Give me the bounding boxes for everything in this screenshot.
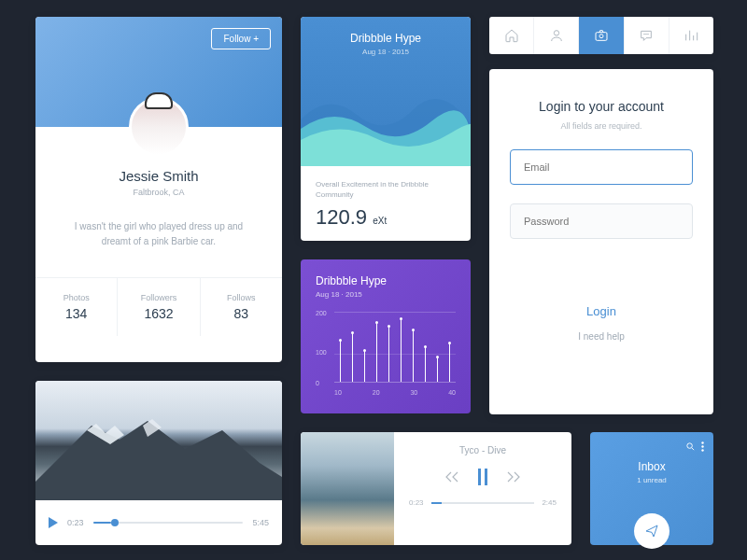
login-button[interactable]: Login (510, 304, 693, 318)
video-thumbnail[interactable] (35, 381, 282, 500)
profile-location: Faltbrook, CA (35, 188, 282, 197)
svg-point-0 (554, 31, 558, 35)
search-icon[interactable] (685, 441, 696, 452)
chart-bar (401, 319, 402, 382)
svg-point-11 (701, 449, 703, 451)
camera-icon (594, 28, 609, 43)
wave-description: Overall Excitement in the Dribbble Commu… (316, 179, 456, 200)
avatar[interactable] (129, 97, 189, 157)
video-current-time: 0:23 (67, 518, 84, 527)
svg-point-8 (687, 443, 693, 449)
wave-graphic (301, 82, 471, 166)
inbox-subtitle: 1 unread (590, 476, 713, 484)
wave-card: Dribbble Hype Aug 18 · 2015 Overall Exci… (301, 17, 471, 241)
chat-icon (639, 28, 654, 43)
wave-title: Dribbble Hype (301, 17, 471, 45)
video-duration: 5:45 (252, 518, 269, 527)
compose-button[interactable] (634, 513, 669, 549)
login-card: Login to your account All fields are req… (489, 69, 713, 414)
nav-profile[interactable] (534, 17, 579, 54)
pause-button[interactable] (476, 469, 489, 485)
chart-bar (340, 341, 341, 382)
stat-follows[interactable]: Follows 83 (201, 278, 282, 336)
wave-date: Aug 18 · 2015 (301, 48, 471, 56)
video-player: 0:23 5:45 (35, 381, 282, 545)
purple-title: Dribbble Hype (316, 274, 456, 287)
profile-bio: I wasn't the girl who played dress up an… (62, 219, 256, 249)
chart-bar (413, 330, 414, 383)
svg-point-2 (599, 35, 603, 38)
profile-card: Follow + Jessie Smith Faltbrook, CA I wa… (35, 17, 282, 362)
svg-point-4 (646, 34, 647, 35)
nav-camera[interactable] (579, 17, 624, 54)
chart-bar (376, 323, 377, 382)
track-title: Tyco - Dive (409, 445, 557, 455)
nav-bar (489, 17, 713, 54)
profile-hero: Follow + (35, 17, 282, 127)
music-duration: 2:45 (542, 498, 557, 507)
svg-point-5 (648, 34, 649, 35)
person-icon (549, 28, 564, 43)
chart-bar (352, 333, 353, 382)
home-icon (504, 28, 519, 43)
chart-bar (364, 351, 365, 382)
stat-followers[interactable]: Followers 1632 (118, 278, 200, 336)
purple-date: Aug 18 · 2015 (316, 290, 456, 299)
music-scrubber[interactable] (431, 502, 535, 504)
email-field[interactable] (510, 149, 693, 185)
nav-home[interactable] (489, 17, 534, 54)
album-art[interactable] (301, 432, 394, 545)
follow-button[interactable]: Follow + (211, 28, 271, 49)
help-link[interactable]: I need help (510, 331, 693, 342)
login-title: Login to your account (510, 99, 693, 114)
svg-rect-1 (596, 33, 607, 41)
chart-bar (388, 327, 389, 382)
svg-point-9 (701, 441, 703, 443)
more-icon[interactable] (701, 441, 704, 452)
purple-chart-card: Dribbble Hype Aug 18 · 2015 200 100 0 10… (301, 259, 471, 413)
send-icon (644, 524, 659, 539)
nav-chat[interactable] (625, 17, 669, 54)
chart-bar (449, 343, 450, 382)
lollipop-chart: 200 100 0 10 20 30 40 (316, 312, 456, 396)
login-subtitle: All fields are required. (510, 121, 693, 131)
svg-rect-6 (478, 469, 481, 485)
play-button[interactable] (49, 517, 58, 528)
svg-point-3 (644, 34, 645, 35)
svg-rect-7 (485, 469, 487, 485)
password-field[interactable] (510, 203, 693, 239)
wave-value: 120.9 eXt (316, 205, 456, 230)
svg-point-10 (701, 445, 703, 447)
video-scrubber[interactable] (93, 522, 244, 524)
chart-bar (425, 347, 426, 382)
next-button[interactable] (506, 470, 521, 483)
chart-bar (437, 357, 438, 382)
nav-stats[interactable] (669, 17, 713, 54)
profile-name: Jessie Smith (35, 168, 282, 184)
inbox-title: Inbox (590, 460, 713, 473)
prev-button[interactable] (444, 470, 459, 483)
music-current-time: 0:23 (409, 498, 424, 507)
chart-icon (684, 28, 698, 43)
stat-photos[interactable]: Photos 134 (35, 278, 118, 336)
music-player: Tyco - Dive 0:23 2:45 (301, 432, 571, 545)
mountain-graphic (35, 416, 282, 500)
profile-stats: Photos 134 Followers 1632 Follows 83 (35, 277, 282, 336)
inbox-card[interactable]: Inbox 1 unread (590, 432, 713, 545)
